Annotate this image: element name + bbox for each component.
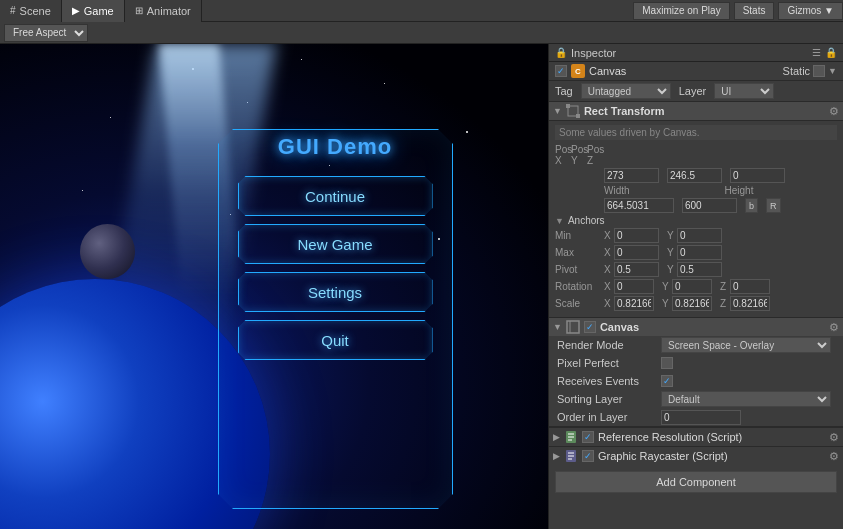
tab-animator[interactable]: ⊞ Animator — [125, 0, 202, 22]
anchors-header-row: ▼ Anchors — [555, 215, 837, 226]
pos-z-field: Pos Z — [587, 144, 595, 166]
graphic-raycaster-row[interactable]: ▶ Graphic Raycaster (Script) ⚙ — [549, 446, 843, 465]
max-y-axis: Y — [667, 247, 675, 258]
pixel-perfect-row: Pixel Perfect — [549, 354, 843, 372]
rect-transform-gear-icon[interactable]: ⚙ — [829, 105, 839, 118]
canvas-enabled-checkbox[interactable] — [555, 65, 567, 77]
min-x-input[interactable] — [614, 228, 659, 243]
r-button[interactable]: R — [766, 198, 781, 213]
pos-value-group — [604, 168, 837, 183]
continue-button[interactable]: Continue — [238, 176, 433, 216]
b-button[interactable]: b — [745, 198, 758, 213]
rect-transform-arrow: ▼ — [553, 106, 562, 116]
receives-events-checkbox[interactable] — [661, 375, 673, 387]
tag-select[interactable]: Untagged — [581, 83, 671, 99]
pos-y-input[interactable] — [667, 168, 722, 183]
canvas-component-header[interactable]: ▼ Canvas ⚙ — [549, 318, 843, 336]
tab-scene-label: Scene — [20, 5, 51, 17]
width-input-item — [604, 198, 674, 213]
height-input[interactable] — [682, 198, 737, 213]
scale-x-input[interactable] — [614, 296, 654, 311]
pos-x-field: Pos X — [555, 144, 563, 166]
wh-label-row: Width Height — [555, 185, 837, 196]
ref-res-gear-icon[interactable]: ⚙ — [829, 431, 839, 444]
tab-bar: # Scene ▶ Game ⊞ Animator Maximize on Pl… — [0, 0, 843, 22]
static-checkbox-group: Static ▼ — [783, 65, 837, 77]
receives-events-label: Receives Events — [557, 375, 657, 387]
pos-y-input-item — [667, 168, 722, 183]
rot-z-item: Z — [720, 279, 770, 294]
render-mode-value: Screen Space - Overlay — [661, 337, 835, 353]
pos-x-input-item — [604, 168, 659, 183]
graphic-raycaster-enabled[interactable] — [582, 450, 594, 462]
pos-z-input-item — [730, 168, 785, 183]
max-x-input[interactable] — [614, 245, 659, 260]
inspector-menu-icon[interactable]: ☰ — [812, 47, 821, 58]
tag-label: Tag — [555, 85, 573, 97]
rect-transform-header[interactable]: ▼ Rect Transform ⚙ — [549, 102, 843, 121]
pos-z-input[interactable] — [730, 168, 785, 183]
aspect-select[interactable]: Free Aspect — [4, 24, 88, 42]
scale-row: Scale X Y Z — [555, 296, 837, 311]
settings-button[interactable]: Settings — [238, 272, 433, 312]
min-y-input[interactable] — [677, 228, 722, 243]
height-input-item — [682, 198, 737, 213]
stats-button[interactable]: Stats — [734, 2, 775, 20]
pos-x-input[interactable] — [604, 168, 659, 183]
width-input[interactable] — [604, 198, 674, 213]
sorting-layer-value: Default — [661, 391, 835, 407]
graphic-raycaster-gear-icon[interactable]: ⚙ — [829, 450, 839, 463]
canvas-component-arrow: ▼ — [553, 322, 562, 332]
scale-x-item: X — [604, 296, 654, 311]
tab-scene[interactable]: # Scene — [0, 0, 62, 22]
ref-res-enabled[interactable] — [582, 431, 594, 443]
new-game-button[interactable]: New Game — [238, 224, 433, 264]
tab-animator-label: Animator — [147, 5, 191, 17]
add-component-button[interactable]: Add Component — [555, 471, 837, 493]
max-label: Max — [555, 247, 600, 258]
rotation-row: Rotation X Y Z — [555, 279, 837, 294]
rot-x-axis: X — [604, 281, 612, 292]
max-x-item: X — [604, 245, 659, 260]
rot-z-input[interactable] — [730, 279, 770, 294]
scale-y-input[interactable] — [672, 296, 712, 311]
order-in-layer-input[interactable] — [661, 410, 741, 425]
wh-value-group: b R — [604, 198, 837, 213]
pivot-label: Pivot — [555, 264, 600, 275]
gizmos-button[interactable]: Gizmos ▼ — [778, 2, 843, 20]
ref-res-script-icon — [564, 430, 578, 444]
reference-resolution-row[interactable]: ▶ Reference Resolution (Script) ⚙ — [549, 427, 843, 446]
layer-select[interactable]: UI — [714, 83, 774, 99]
width-label-item: Width — [604, 185, 717, 196]
rect-transform-title: Rect Transform — [584, 105, 825, 117]
canvas-object-label: Canvas — [589, 65, 779, 77]
sorting-layer-select[interactable]: Default — [661, 391, 831, 407]
static-checkbox[interactable] — [813, 65, 825, 77]
static-dropdown-icon[interactable]: ▼ — [828, 66, 837, 76]
ref-res-arrow: ▶ — [553, 432, 560, 442]
render-mode-select[interactable]: Screen Space - Overlay — [661, 337, 831, 353]
scale-z-input[interactable] — [730, 296, 770, 311]
pixel-perfect-checkbox[interactable] — [661, 357, 673, 369]
driven-message: Some values driven by Canvas. — [555, 125, 837, 140]
pivot-x-input[interactable] — [614, 262, 659, 277]
rot-x-input[interactable] — [614, 279, 654, 294]
canvas-component-enabled[interactable] — [584, 321, 596, 333]
scale-fields: X Y Z — [604, 296, 837, 311]
tab-game[interactable]: ▶ Game — [62, 0, 125, 22]
graphic-raycaster-script-icon — [564, 449, 578, 463]
quit-button[interactable]: Quit — [238, 320, 433, 360]
max-y-input[interactable] — [677, 245, 722, 260]
pivot-y-input[interactable] — [677, 262, 722, 277]
rot-y-input[interactable] — [672, 279, 712, 294]
maximize-on-play-button[interactable]: Maximize on Play — [633, 2, 729, 20]
width-label: Width — [604, 185, 612, 196]
inspector-lock-btn[interactable]: 🔒 — [825, 47, 837, 58]
add-component-row: Add Component — [549, 465, 843, 499]
scale-x-axis: X — [604, 298, 612, 309]
position-values-row — [555, 168, 837, 183]
canvas-component-gear-icon[interactable]: ⚙ — [829, 321, 839, 334]
order-in-layer-label: Order in Layer — [557, 411, 657, 423]
game-toolbar: Free Aspect — [0, 22, 843, 44]
svg-rect-2 — [576, 114, 580, 118]
